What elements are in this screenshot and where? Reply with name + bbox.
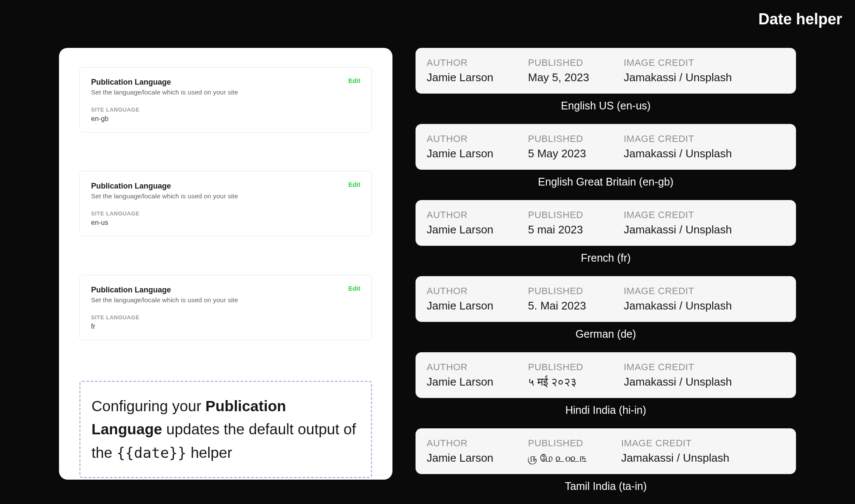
col-value-credit: Jamakassi / Unsplash [624,299,785,312]
preview-published-col: PUBLISHED ५ मई २०२३ [528,362,616,389]
col-value-credit: Jamakassi / Unsplash [624,375,785,389]
locale-preview-card: AUTHOR Jamie Larson PUBLISHED 5. Mai 202… [416,276,796,322]
col-value-published: 5. Mai 2023 [528,299,616,312]
col-label-published: PUBLISHED [528,286,616,297]
col-label-published: PUBLISHED [528,362,616,373]
col-label-credit: IMAGE CREDIT [624,362,785,373]
setting-field-label: SITE LANGUAGE [91,106,360,113]
preview-credit-col: IMAGE CREDIT Jamakassi / Unsplash [624,209,785,236]
col-value-credit: Jamakassi / Unsplash [621,451,785,465]
preview-credit-col: IMAGE CREDIT Jamakassi / Unsplash [624,362,785,389]
setting-field-value: en-gb [91,115,360,123]
setting-field-value: fr [91,323,360,330]
preview-caption: German (de) [416,328,796,340]
col-label-author: AUTHOR [427,209,520,221]
locale-preview-card: AUTHOR Jamie Larson PUBLISHED 5 May 2023… [416,124,796,170]
col-value-published: 5 May 2023 [528,147,616,160]
publication-language-card: Publication Language Set the language/lo… [80,67,372,133]
col-label-credit: IMAGE CREDIT [621,438,785,449]
preview-caption: English US (en-us) [416,100,796,112]
col-value-author: Jamie Larson [427,147,520,160]
preview-author-col: AUTHOR Jamie Larson [427,57,520,84]
preview-author-col: AUTHOR Jamie Larson [427,209,520,236]
setting-description: Set the language/locale which is used on… [91,296,360,304]
col-value-author: Jamie Larson [427,451,520,465]
col-label-author: AUTHOR [427,57,520,68]
preview-published-col: PUBLISHED 5. Mai 2023 [528,286,616,312]
setting-title: Publication Language [91,182,360,191]
publication-language-card: Publication Language Set the language/lo… [80,275,372,340]
setting-title: Publication Language [91,286,360,295]
preview-published-col: PUBLISHED ௫ மே ௨௦௨௩ [528,438,613,465]
col-label-author: AUTHOR [427,286,520,297]
preview-published-col: PUBLISHED 5 mai 2023 [528,209,616,236]
preview-author-col: AUTHOR Jamie Larson [427,438,520,465]
col-label-published: PUBLISHED [528,133,616,144]
setting-field-label: SITE LANGUAGE [91,210,360,217]
col-label-published: PUBLISHED [528,209,616,221]
preview-author-col: AUTHOR Jamie Larson [427,362,520,389]
preview-credit-col: IMAGE CREDIT Jamakassi / Unsplash [621,438,785,465]
col-value-credit: Jamakassi / Unsplash [624,223,785,236]
preview-published-col: PUBLISHED May 5, 2023 [528,57,616,84]
col-value-author: Jamie Larson [427,375,520,389]
edit-button[interactable]: Edit [348,181,360,188]
preview-published-col: PUBLISHED 5 May 2023 [528,133,616,160]
preview-credit-col: IMAGE CREDIT Jamakassi / Unsplash [624,286,785,312]
preview-author-col: AUTHOR Jamie Larson [427,133,520,160]
col-label-author: AUTHOR [427,438,520,449]
page-title: Date helper [758,10,842,28]
setting-description: Set the language/locale which is used on… [91,192,360,200]
col-label-credit: IMAGE CREDIT [624,209,785,221]
settings-panel: Publication Language Set the language/lo… [59,48,392,480]
setting-field-label: SITE LANGUAGE [91,314,360,321]
locale-preview-card: AUTHOR Jamie Larson PUBLISHED ௫ மே ௨௦௨௩ … [416,428,796,474]
col-value-published: May 5, 2023 [528,71,616,84]
setting-description: Set the language/locale which is used on… [91,88,360,96]
col-value-author: Jamie Larson [427,71,520,84]
preview-caption: French (fr) [416,252,796,264]
col-value-credit: Jamakassi / Unsplash [624,147,785,160]
callout-text: helper [186,444,232,461]
col-value-credit: Jamakassi / Unsplash [624,71,785,84]
col-label-credit: IMAGE CREDIT [624,57,785,68]
locale-preview-card: AUTHOR Jamie Larson PUBLISHED 5 mai 2023… [416,200,796,246]
preview-caption: English Great Britain (en-gb) [416,176,796,188]
preview-caption: Tamil India (ta-in) [416,480,796,492]
preview-credit-col: IMAGE CREDIT Jamakassi / Unsplash [624,133,785,160]
info-callout: Configuring your Publication Language up… [80,381,372,478]
locale-preview-card: AUTHOR Jamie Larson PUBLISHED May 5, 202… [416,48,796,94]
edit-button[interactable]: Edit [348,285,360,292]
preview-caption: Hindi India (hi-in) [416,404,796,416]
col-value-published: 5 mai 2023 [528,223,616,236]
publication-language-card: Publication Language Set the language/lo… [80,171,372,236]
callout-text: Configuring your [91,398,206,414]
col-label-author: AUTHOR [427,133,520,144]
setting-field-value: en-us [91,219,360,227]
col-label-author: AUTHOR [427,362,520,373]
preview-author-col: AUTHOR Jamie Larson [427,286,520,312]
col-label-credit: IMAGE CREDIT [624,133,785,144]
col-label-published: PUBLISHED [528,57,616,68]
locale-preview-card: AUTHOR Jamie Larson PUBLISHED ५ मई २०२३ … [416,352,796,398]
edit-button[interactable]: Edit [348,77,360,84]
col-value-published: ௫ மே ௨௦௨௩ [528,451,613,465]
col-label-credit: IMAGE CREDIT [624,286,785,297]
preview-credit-col: IMAGE CREDIT Jamakassi / Unsplash [624,57,785,84]
col-value-published: ५ मई २०२३ [528,375,616,389]
callout-code: {{date}} [116,444,186,461]
col-label-published: PUBLISHED [528,438,613,449]
setting-title: Publication Language [91,78,360,87]
col-value-author: Jamie Larson [427,299,520,312]
col-value-author: Jamie Larson [427,223,520,236]
previews-panel: AUTHOR Jamie Larson PUBLISHED May 5, 202… [416,48,796,504]
